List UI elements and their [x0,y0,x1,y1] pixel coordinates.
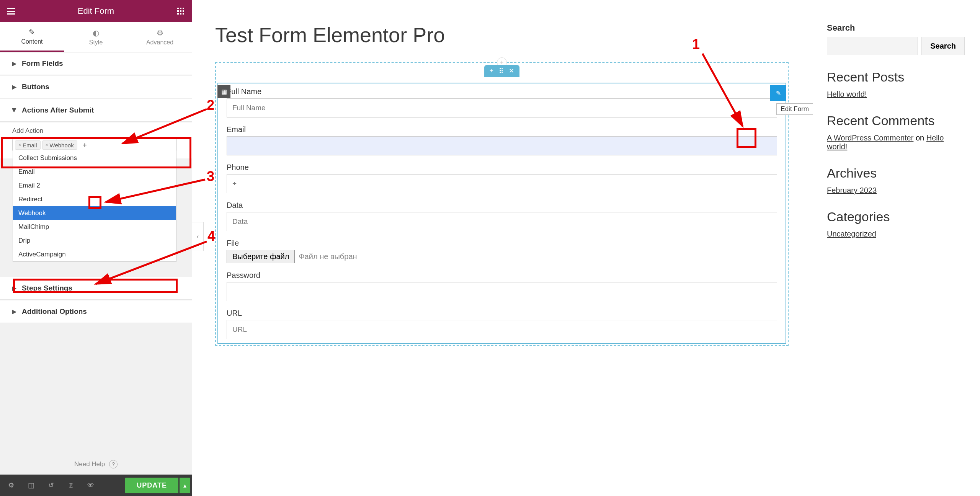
section-additional-options[interactable]: ▶ Additional Options [0,300,192,323]
caret-down-icon: ▶ [11,108,18,113]
phone-input[interactable] [227,174,777,193]
elementor-sidebar: Edit Form ✎ Content ◐ Style ⚙ Advanced ▶… [0,0,192,496]
category-link[interactable]: Uncategorized [827,230,876,238]
archives-heading: Archives [827,166,965,181]
menu-button[interactable] [0,8,22,15]
section-widget[interactable]: + + ⠿ ✕ ▦ ✎ Edit Form Full Name Email [215,62,789,346]
email-input[interactable] [227,136,777,155]
settings-button[interactable]: ⚙ [2,475,21,496]
field-label: File [227,239,777,248]
field-label: Data [227,201,777,210]
remove-tag-icon[interactable]: × [18,142,21,148]
file-status-text: Файл не выбран [299,252,357,261]
need-help-link[interactable]: Need Help ? [0,454,192,475]
pencil-icon: ✎ [29,28,35,37]
column-handle[interactable]: ▦ [217,85,230,98]
section-form-fields[interactable]: ▶ Form Fields [0,52,192,75]
sidebar-header: Edit Form [0,0,192,22]
data-input[interactable] [227,212,777,231]
section-handles[interactable]: + ⠿ ✕ [484,65,519,77]
drag-icon[interactable]: ⠿ [499,67,503,75]
gear-icon: ⚙ [157,28,163,38]
dropdown-item[interactable]: MailChimp [13,220,176,234]
dropdown-item[interactable]: Drip [13,234,176,248]
edit-form-tooltip: Edit Form [776,103,813,115]
caret-icon: ▶ [12,285,16,291]
recent-post-link[interactable]: Hello world! [827,90,867,98]
section-buttons[interactable]: ▶ Buttons [0,76,192,98]
panel-collapse-toggle[interactable]: ‹ [192,222,204,251]
section-steps-settings[interactable]: ▶ Steps Settings [0,277,192,300]
form-widget[interactable]: Full Name Email Phone Data File [217,83,786,344]
archive-link[interactable]: February 2023 [827,186,877,194]
wp-sidebar: Search Search Recent Posts Hello world! … [812,0,980,496]
responsive-button[interactable]: ⎚ [61,475,80,496]
add-action-input[interactable]: ×Email ×Webhook + Collect Submissions Em… [12,139,177,152]
action-dropdown: Collect Submissions Email Email 2 Redire… [13,151,176,262]
dropdown-item[interactable]: Collect Submissions [13,151,176,165]
tab-content[interactable]: ✎ Content [0,22,64,52]
dropdown-item[interactable]: Email 2 [13,179,176,193]
field-label: URL [227,309,777,318]
section-actions-after-submit[interactable]: ▶ Actions After Submit [0,99,192,122]
page-title: Test Form Elementor Pro [215,23,789,47]
hamburger-icon [7,8,15,15]
remove-tag-icon[interactable]: × [46,142,48,148]
apps-button[interactable] [170,8,192,15]
categories-heading: Categories [827,209,965,224]
update-button[interactable]: UPDATE [125,478,178,493]
action-tag[interactable]: ×Webhook [42,140,77,150]
recent-posts-heading: Recent Posts [827,70,965,85]
tab-style[interactable]: ◐ Style [64,22,128,52]
dropdown-item-webhook[interactable]: Webhook [13,206,176,220]
add-action-plus[interactable]: + [79,140,88,150]
preview-button[interactable]: 👁 [81,475,100,496]
recent-comments-heading: Recent Comments [827,113,965,128]
caret-icon: ▶ [12,308,16,315]
field-label: Password [227,271,777,280]
help-icon: ? [109,460,118,468]
update-options-button[interactable]: ▴ [180,478,190,493]
dropdown-item[interactable]: ActiveCampaign [13,248,176,261]
edit-widget-button[interactable]: ✎ [770,85,786,101]
dropdown-item[interactable]: Email [13,165,176,179]
add-icon[interactable]: + [490,67,493,75]
action-tag[interactable]: ×Email [15,140,41,150]
field-label: Email [227,125,777,134]
footer-bar: ⚙ ◫ ↺ ⎚ 👁 UPDATE ▴ [0,475,192,496]
search-label: Search [827,23,965,33]
history-button[interactable]: ↺ [41,475,60,496]
panel-title: Edit Form [22,6,170,16]
password-input[interactable] [227,282,777,301]
close-icon[interactable]: ✕ [509,67,514,75]
dropdown-item[interactable]: Redirect [13,193,176,206]
panel-tabs: ✎ Content ◐ Style ⚙ Advanced [0,22,192,52]
caret-icon: ▶ [12,84,16,90]
full-name-input[interactable] [227,98,777,117]
contrast-icon: ◐ [93,28,99,38]
tab-advanced[interactable]: ⚙ Advanced [128,22,192,52]
add-action-label: Add Action [12,127,180,135]
field-label: Phone [227,163,777,172]
commenter-link[interactable]: A WordPress Commenter [827,134,913,142]
editor-canvas: ‹ Test Form Elementor Pro + + ⠿ ✕ ▦ ✎ Ed… [192,0,812,496]
search-button[interactable]: Search [921,37,965,55]
apps-icon [177,8,184,15]
field-label: Full Name [227,87,777,96]
file-choose-button[interactable]: Выберите файл [227,250,295,263]
url-input[interactable] [227,320,777,339]
actions-body: Add Action ×Email ×Webhook + Collect Sub… [0,122,192,158]
search-input[interactable] [827,37,918,55]
navigator-button[interactable]: ◫ [21,475,41,496]
caret-icon: ▶ [12,60,16,67]
